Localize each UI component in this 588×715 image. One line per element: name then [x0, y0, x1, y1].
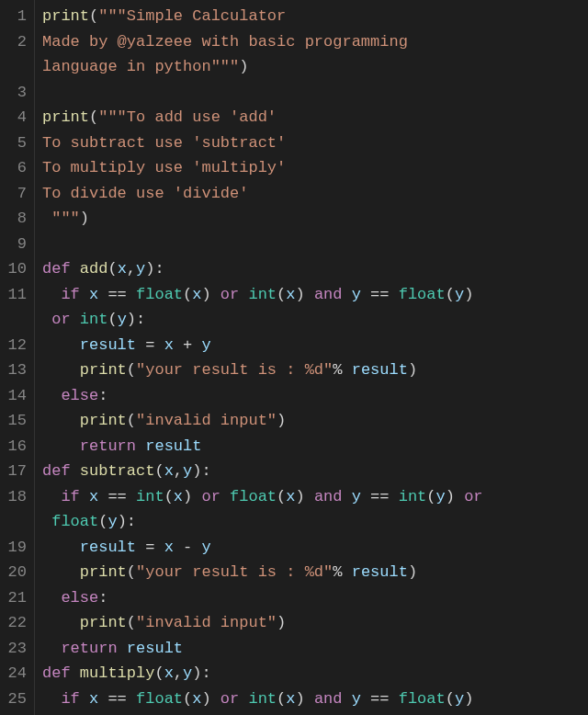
line-number	[6, 307, 27, 333]
line-number: 20	[6, 560, 27, 585]
token-op	[239, 690, 248, 708]
token-kw: return	[80, 437, 136, 455]
code-line[interactable]: print("""To add use 'add'	[42, 105, 581, 131]
code-line[interactable]: result = x - y	[42, 535, 581, 561]
line-number: 19	[6, 535, 27, 561]
code-line[interactable]: or int(y):	[42, 711, 581, 715]
token-var: y	[455, 690, 464, 708]
token-str: "invalid input"	[136, 614, 277, 631]
token-op	[71, 664, 80, 682]
token-fn: print	[80, 361, 127, 379]
code-line[interactable]: result = x + y	[42, 333, 581, 358]
code-line[interactable]: return result	[42, 636, 581, 662]
token-kw: def	[42, 260, 71, 278]
token-builtin: int	[399, 488, 427, 505]
token-op: %	[333, 563, 351, 581]
line-number: 3	[6, 80, 27, 106]
token-op: ==	[361, 488, 399, 505]
line-number: 11	[6, 282, 27, 308]
code-line[interactable]: else:	[42, 383, 581, 409]
line-number: 23	[6, 636, 27, 662]
code-line[interactable]: if x == float(x) or int(x) and y == floa…	[42, 687, 581, 712]
code-editor[interactable]: 1234567891011121314151617181920212223242…	[0, 0, 588, 715]
token-var: x	[174, 488, 183, 505]
line-number: 5	[6, 131, 27, 156]
code-line[interactable]: if x == int(x) or float(x) and y == int(…	[42, 484, 581, 510]
code-line[interactable]: To multiply use 'multiply'	[42, 155, 581, 181]
code-line[interactable]: def add(x,y):	[42, 256, 581, 282]
code-line[interactable]: language in python""")	[42, 54, 581, 80]
token-op	[71, 462, 80, 480]
code-line[interactable]: To divide use 'divide'	[42, 181, 581, 207]
token-op	[305, 286, 314, 303]
token-str: """	[42, 210, 80, 227]
token-punct: (	[127, 614, 136, 631]
token-punct: :	[98, 387, 107, 404]
token-var: result	[80, 336, 136, 354]
code-line[interactable]: def multiply(x,y):	[42, 661, 581, 687]
line-number: 12	[6, 333, 27, 358]
token-punct: (	[127, 361, 136, 379]
code-line[interactable]	[42, 232, 581, 257]
token-var: x	[192, 286, 201, 303]
token-punct: (	[183, 690, 192, 708]
token-var: x	[89, 286, 98, 303]
token-punct: ):	[118, 513, 136, 530]
code-line[interactable]: print("invalid input")	[42, 408, 581, 434]
token-punct: )	[277, 412, 286, 429]
code-line[interactable]: """)	[42, 206, 581, 232]
code-line[interactable]: if x == float(x) or int(x) and y == floa…	[42, 282, 581, 308]
token-op: ==	[361, 286, 399, 303]
code-line[interactable]: float(y):	[42, 509, 581, 535]
token-punct: (	[107, 311, 117, 328]
token-param: y	[136, 260, 145, 278]
code-line[interactable]: return result	[42, 434, 581, 460]
token-op	[42, 336, 80, 354]
token-str: "your result is : %d"	[136, 361, 333, 379]
code-line[interactable]: To subtract use 'subtract'	[42, 131, 581, 156]
token-op	[80, 488, 89, 505]
token-punct: (	[154, 462, 164, 480]
line-number-gutter: 1234567891011121314151617181920212223242…	[0, 0, 35, 715]
token-fn: print	[80, 614, 127, 631]
token-kw: or	[201, 488, 220, 505]
token-punct: )	[277, 614, 286, 631]
code-line[interactable]: Made by @yalzeee with basic programming	[42, 29, 581, 55]
token-punct: ,	[174, 664, 183, 682]
code-line[interactable]: print("invalid input")	[42, 610, 581, 636]
code-line[interactable]: def subtract(x,y):	[42, 459, 581, 484]
token-op	[42, 563, 80, 581]
token-kw: if	[61, 286, 79, 303]
token-builtin: float	[399, 690, 446, 708]
line-number: 18	[6, 484, 27, 510]
token-str: To subtract use 'subtract'	[42, 134, 286, 152]
token-fn: print	[42, 108, 89, 126]
token-str: Made by @yalzeee with basic programming	[42, 33, 417, 51]
token-builtin: float	[136, 286, 183, 303]
token-op: =	[136, 539, 164, 556]
token-kw: else	[61, 387, 98, 404]
token-fn: subtract	[80, 462, 155, 480]
line-number	[6, 711, 27, 715]
token-punct: (	[154, 664, 164, 682]
line-number: 10	[6, 256, 27, 282]
token-op	[80, 286, 89, 303]
code-line[interactable]	[42, 80, 581, 106]
token-var: x	[286, 286, 295, 303]
token-op	[305, 488, 314, 505]
token-op	[118, 640, 127, 657]
code-line[interactable]: or int(y):	[42, 307, 581, 333]
token-punct: (	[89, 7, 98, 25]
token-punct: ):	[192, 664, 210, 682]
token-op	[42, 361, 80, 379]
token-punct: )	[295, 286, 304, 303]
code-content[interactable]: print("""Simple CalculatorMade by @yalze…	[35, 0, 588, 715]
code-line[interactable]: print("your result is : %d"% result)	[42, 358, 581, 383]
token-kw: if	[61, 690, 79, 708]
code-line[interactable]: print("your result is : %d"% result)	[42, 560, 581, 585]
code-line[interactable]: else:	[42, 585, 581, 611]
code-line[interactable]: print("""Simple Calculator	[42, 4, 581, 29]
line-number: 22	[6, 610, 27, 636]
token-var: x	[89, 690, 98, 708]
token-op	[42, 412, 80, 429]
